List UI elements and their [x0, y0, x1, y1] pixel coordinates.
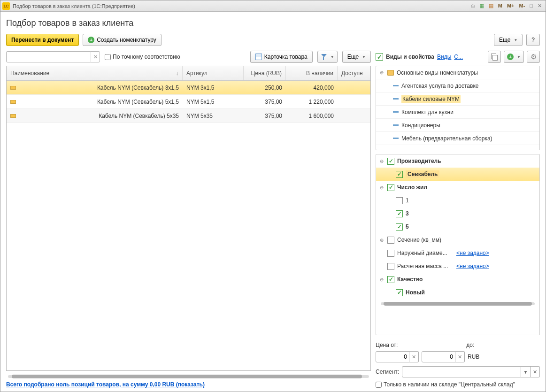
expand-icon[interactable]: ⊕ — [379, 238, 385, 243]
left-pane: ✕ По точному соответствию Карточка товар… — [6, 51, 371, 388]
tree-row[interactable]: Агентская услуга по доставке — [376, 79, 539, 92]
cell-art: NYM 3x1,5 — [183, 85, 244, 91]
stock-only-input[interactable] — [376, 382, 382, 388]
cell-art: NYM 5x1,5 — [183, 99, 244, 105]
chevron-down-icon[interactable]: ▼ — [521, 366, 531, 377]
expand-icon[interactable]: ⊕ — [379, 70, 385, 75]
tree-label: Основные виды номенклатуры — [397, 69, 478, 76]
segment-input[interactable] — [402, 366, 521, 377]
exact-match-checkbox[interactable]: По точному соответствию — [105, 54, 180, 60]
types-link[interactable]: Виды — [437, 54, 451, 60]
item-type-icon — [393, 85, 399, 86]
h-scrollbar[interactable] — [6, 374, 371, 378]
checkbox-icon[interactable]: ✓ — [396, 289, 403, 296]
transfer-button[interactable]: Перенести в документ — [6, 34, 79, 46]
search-input[interactable] — [6, 51, 100, 62]
filter-label: Расчетная масса ... — [397, 263, 454, 269]
filter-group[interactable]: ⊖ ✓ Качество — [376, 273, 539, 286]
calc-icon[interactable]: ▦ — [477, 2, 486, 9]
checkbox-icon[interactable]: ✓ — [387, 184, 394, 191]
collapse-icon[interactable]: ⊖ — [379, 277, 385, 282]
print-icon[interactable]: ⎙ — [469, 2, 477, 9]
table-row[interactable]: Кабель NYM (Севкабель) 5x35 NYM 5x35 375… — [7, 109, 370, 123]
clear-icon[interactable]: ✕ — [455, 351, 465, 362]
price-to-input[interactable] — [422, 351, 455, 362]
tree-label: Кабели силовые NYM — [401, 95, 461, 103]
mem-mminus[interactable]: M- — [517, 2, 527, 9]
more-button-2[interactable]: Еще ▼ — [342, 51, 371, 63]
help-button[interactable]: ? — [526, 34, 540, 46]
filter-item[interactable]: ✓ 3 — [376, 207, 539, 220]
plus-icon: + — [88, 37, 94, 43]
checkbox-icon[interactable] — [387, 250, 394, 257]
col-avail[interactable]: Доступн — [338, 66, 370, 80]
checkbox-icon[interactable]: ✓ — [387, 158, 394, 165]
checkbox-icon[interactable]: ✓ — [396, 223, 403, 231]
filter-group[interactable]: Наружный диаме... <не задано> — [376, 246, 539, 260]
create-item-label: Создать номенклатуру — [97, 37, 156, 43]
notset-link[interactable]: <не задано> — [456, 263, 489, 269]
create-item-button[interactable]: + Создать номенклатуру — [83, 34, 161, 46]
card-button[interactable]: Карточка товара — [250, 51, 313, 63]
checkbox-icon[interactable] — [387, 263, 394, 270]
collapse-icon[interactable]: ⊖ — [379, 185, 385, 190]
summary-link[interactable]: Всего подобрано ноль позиций товаров, на… — [6, 378, 371, 388]
filter-item[interactable]: ✓ Севкабель — [376, 168, 539, 181]
col-price[interactable]: Цена (RUB) — [244, 66, 286, 80]
col-stock[interactable]: В наличии — [286, 66, 338, 80]
item-icon — [10, 114, 16, 118]
stock-only-checkbox[interactable]: Только в наличии на складе "Центральный … — [376, 381, 540, 388]
calendar-icon[interactable]: ▦ — [487, 2, 495, 9]
col-article[interactable]: Артикул — [183, 66, 244, 80]
checkbox-icon[interactable]: ✓ — [387, 276, 394, 283]
more-button[interactable]: Еще ▼ — [494, 34, 523, 46]
filter-button[interactable]: ▼ — [317, 51, 338, 63]
checkbox-icon[interactable] — [396, 197, 403, 204]
price-to-label: до: — [466, 342, 474, 348]
types-panel: ⊕ Основные виды номенклатуры Агентская у… — [376, 66, 540, 150]
checkbox-icon[interactable]: ✓ — [396, 210, 403, 217]
tree-row[interactable]: Кабели силовые NYM — [376, 92, 539, 106]
checkbox-icon[interactable]: ✓ — [396, 171, 403, 178]
exact-match-input[interactable] — [105, 54, 111, 60]
notset-link[interactable]: <не задано> — [456, 250, 489, 256]
clear-search-icon[interactable]: ✕ — [91, 51, 100, 62]
more-label-2: Еще — [347, 54, 359, 60]
filter-group[interactable]: ⊖ ✓ Число жил — [376, 181, 539, 194]
filter-item[interactable]: ✓ Новый — [376, 286, 539, 299]
copy-button[interactable] — [488, 51, 501, 63]
checkbox-icon[interactable] — [387, 237, 394, 244]
tree-row[interactable]: ⊕ Основные виды номенклатуры — [376, 66, 539, 79]
collapse-icon[interactable]: ⊖ — [379, 159, 385, 164]
add-button[interactable]: +▼ — [504, 51, 524, 63]
filter-item[interactable]: 1 — [376, 194, 539, 207]
clear-icon[interactable]: ✕ — [531, 366, 540, 377]
filter-group[interactable]: ⊕ Сечение (кв_мм) — [376, 233, 539, 246]
folder-icon — [387, 70, 394, 76]
chevron-down-icon: ▼ — [517, 55, 521, 59]
tree-row[interactable]: Комплект для кухни — [376, 106, 539, 119]
close-icon[interactable]: ✕ — [536, 2, 544, 9]
filter-group[interactable]: ⊖ ✓ Производитель — [376, 154, 539, 168]
table-row[interactable]: Кабель NYM (Севкабель) 5x1,5 NYM 5x1,5 3… — [7, 95, 370, 109]
right-title: Виды и свойства — [386, 54, 434, 60]
table-row[interactable]: Кабель NYM (Севкабель) 3x1,5 NYM 3x1,5 2… — [7, 81, 370, 95]
titlebar: 1C Подбор товаров в заказ клиента (1С:Пр… — [0, 0, 546, 12]
filter-item[interactable]: ✓ 5 — [376, 220, 539, 233]
price-from-label: Цена от: — [376, 342, 398, 348]
filter-group[interactable]: Расчетная масса ... <не задано> — [376, 260, 539, 273]
mem-mplus[interactable]: M+ — [505, 2, 516, 9]
col-name[interactable]: Наименование ↓ — [7, 66, 183, 80]
cell-stock: 1 220,000 — [286, 99, 338, 105]
mem-m[interactable]: M — [496, 2, 504, 9]
settings-button[interactable]: ⚙ — [527, 51, 540, 63]
props-link[interactable]: С... — [454, 54, 463, 60]
tree-row[interactable]: Мебель (предварительная сборка) — [376, 132, 539, 145]
maximize-icon[interactable]: □ — [528, 2, 535, 9]
clear-icon[interactable]: ✕ — [409, 351, 419, 362]
h-scrollbar[interactable] — [379, 301, 537, 306]
price-from-input[interactable] — [376, 351, 409, 362]
item-type-icon — [393, 138, 399, 139]
tree-row[interactable]: Кондиционеры — [376, 119, 539, 132]
filter-on-icon[interactable]: ✓ — [376, 53, 383, 61]
